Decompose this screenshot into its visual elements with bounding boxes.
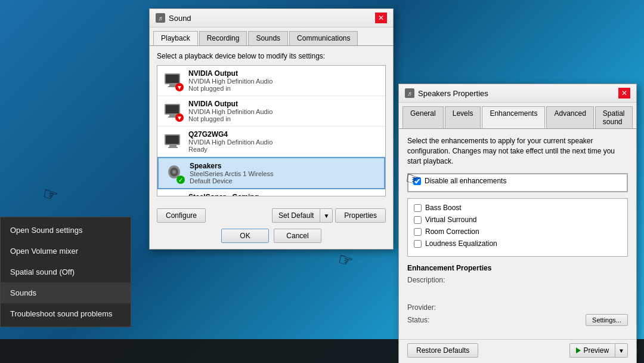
tab-recording[interactable]: Recording xyxy=(199,31,247,45)
enhancement-properties-title: Enhancement Properties xyxy=(407,264,628,272)
footer-right: Set Default ▼ Properties xyxy=(272,208,386,223)
tab-advanced[interactable]: Advanced xyxy=(546,106,593,128)
context-menu-item-sounds[interactable]: Sounds xyxy=(1,282,131,303)
context-menu-item-troubleshoot[interactable]: Troubleshoot sound problems xyxy=(1,303,131,324)
properties-button[interactable]: Properties xyxy=(335,208,386,223)
restore-defaults-button[interactable]: Restore Defaults xyxy=(407,343,478,358)
sound-dialog-tabs: Playback Recording Sounds Communications xyxy=(150,27,393,46)
device-info-3: Q27G2WG4 NVIDIA High Definition Audio Re… xyxy=(188,130,380,153)
tab-playback[interactable]: Playback xyxy=(153,31,198,45)
provider-label: Provider: xyxy=(407,303,436,312)
context-menu: Open Sound settings Open Volume mixer Sp… xyxy=(0,217,131,327)
cursor-hand-2: ☞ xyxy=(336,249,355,272)
device-name-4: Speakers xyxy=(190,162,379,170)
virtual-surround-label: Virtual Surround xyxy=(425,216,477,224)
sound-dialog-ok-cancel: OK Cancel xyxy=(150,229,393,249)
bass-boost-checkbox[interactable] xyxy=(414,204,422,212)
room-correction-label: Room Correction xyxy=(425,227,479,236)
device-status-4: Default Device xyxy=(190,177,379,184)
status-label: Status: xyxy=(407,316,429,324)
set-default-button[interactable]: Set Default xyxy=(272,208,320,223)
room-correction-checkbox[interactable] xyxy=(414,228,422,236)
tab-sounds[interactable]: Sounds xyxy=(248,31,288,45)
preview-arrow[interactable]: ▼ xyxy=(615,343,628,358)
device-icon-3 xyxy=(162,131,184,152)
loudness-eq-label: Loudness Equalization xyxy=(425,239,497,248)
device-info-2: NVIDIA Output NVIDIA High Definition Aud… xyxy=(188,100,380,122)
device-sub-2: NVIDIA High Definition Audio xyxy=(188,108,380,115)
status-badge-4: ✓ xyxy=(177,176,185,184)
disable-all-checkbox[interactable] xyxy=(413,177,421,185)
status-badge-2: ▼ xyxy=(175,113,184,122)
description-row: Description: xyxy=(407,276,628,284)
settings-button[interactable]: Settings... xyxy=(586,314,628,326)
device-icon-2: ▼ xyxy=(162,100,184,122)
device-sub-4: SteelSeries Arctis 1 Wireless xyxy=(190,170,379,177)
device-name-3: Q27G2WG4 xyxy=(188,130,380,139)
device-status-2: Not plugged in xyxy=(188,115,380,122)
disable-all-row: Disable all enhancements xyxy=(413,177,622,185)
svg-rect-1 xyxy=(166,75,179,83)
disable-all-label: Disable all enhancements xyxy=(425,177,506,185)
speakers-title-icon: ♬ xyxy=(405,88,414,98)
svg-point-14 xyxy=(172,170,176,174)
configure-button[interactable]: Configure xyxy=(157,208,206,223)
sound-dialog: ♬ Sound ✕ Playback Recording Sounds Comm… xyxy=(149,8,394,250)
bass-boost-label: Bass Boost xyxy=(425,204,462,212)
sound-dialog-close[interactable]: ✕ xyxy=(375,13,387,23)
device-sub-3: NVIDIA High Definition Audio xyxy=(188,139,380,146)
device-item-q27[interactable]: Q27G2WG4 NVIDIA High Definition Audio Re… xyxy=(157,127,385,157)
sound-ok-button[interactable]: OK xyxy=(221,229,269,243)
svg-rect-5 xyxy=(166,105,179,113)
sound-title-icon: ♬ xyxy=(156,13,165,23)
enhancement-properties-section: Enhancement Properties Description: Prov… xyxy=(407,264,628,326)
speakers-tabs: General Levels Enhancements Advanced Spa… xyxy=(399,103,636,129)
device-item-steelsonar[interactable]: SteelSonar - Gaming Steelseries Sonar Vi… xyxy=(157,189,385,196)
tab-general[interactable]: General xyxy=(402,106,444,128)
play-icon xyxy=(576,347,581,353)
device-status-3: Ready xyxy=(188,146,380,153)
sound-dialog-desc: Select a playback device below to modify… xyxy=(157,52,386,60)
device-status-1: Not plugged in xyxy=(188,85,380,92)
enhancements-list: Bass Boost Virtual Surround Room Correct… xyxy=(407,198,628,257)
device-icon-4: ✓ xyxy=(163,162,185,184)
svg-rect-9 xyxy=(166,136,179,144)
status-badge-1: ▼ xyxy=(175,83,184,91)
context-menu-item-sound-settings[interactable]: Open Sound settings xyxy=(1,220,131,241)
titlebar-left: ♬ Sound xyxy=(156,13,191,23)
device-item-nvidia-2[interactable]: ▼ NVIDIA Output NVIDIA High Definition A… xyxy=(157,96,385,127)
speakers-dialog-title: Speakers Properties xyxy=(418,89,488,98)
device-item-nvidia-1[interactable]: ▼ NVIDIA Output NVIDIA High Definition A… xyxy=(157,66,385,96)
virtual-surround-checkbox[interactable] xyxy=(414,216,422,224)
device-info-1: NVIDIA Output NVIDIA High Definition Aud… xyxy=(188,69,380,92)
preview-split-btn: Preview ▼ xyxy=(569,343,628,358)
tab-communications[interactable]: Communications xyxy=(289,31,358,45)
sound-dialog-titlebar: ♬ Sound ✕ xyxy=(150,9,393,27)
preview-button[interactable]: Preview xyxy=(569,343,615,358)
sound-cancel-button[interactable]: Cancel xyxy=(274,229,321,243)
description-label: Description: xyxy=(407,276,445,284)
tab-enhancements[interactable]: Enhancements xyxy=(482,106,545,128)
sound-dialog-footer: Configure Set Default ▼ Properties xyxy=(150,208,393,229)
context-menu-item-volume-mixer[interactable]: Open Volume mixer xyxy=(1,241,131,262)
tab-spatial-sound[interactable]: Spatial sound xyxy=(595,106,633,128)
speakers-body: Select the enhancements to apply for you… xyxy=(399,129,636,339)
enhancement-room-correction: Room Correction xyxy=(414,227,621,236)
speakers-titlebar: ♬ Speakers Properties ✕ xyxy=(399,84,636,103)
set-default-arrow[interactable]: ▼ xyxy=(320,208,333,223)
speakers-dialog-close[interactable]: ✕ xyxy=(618,88,630,99)
device-list[interactable]: ▼ NVIDIA Output NVIDIA High Definition A… xyxy=(157,65,386,196)
device-name-5: SteelSonar - Gaming xyxy=(188,193,380,196)
device-sub-1: NVIDIA High Definition Audio xyxy=(188,78,380,85)
device-icon-1: ▼ xyxy=(162,70,184,91)
set-default-split: Set Default ▼ xyxy=(272,208,333,223)
enhancement-virtual-surround: Virtual Surround xyxy=(414,216,621,224)
device-item-speakers[interactable]: ✓ Speakers SteelSeries Arctis 1 Wireless… xyxy=(157,157,385,189)
svg-rect-11 xyxy=(168,147,178,148)
loudness-eq-checkbox[interactable] xyxy=(414,240,422,248)
enhancement-loudness-eq: Loudness Equalization xyxy=(414,239,621,248)
speakers-desc: Select the enhancements to apply for you… xyxy=(407,136,628,166)
context-menu-item-spatial-sound[interactable]: Spatial sound (Off) xyxy=(1,262,131,282)
svg-rect-10 xyxy=(169,145,177,147)
tab-levels[interactable]: Levels xyxy=(445,106,481,128)
